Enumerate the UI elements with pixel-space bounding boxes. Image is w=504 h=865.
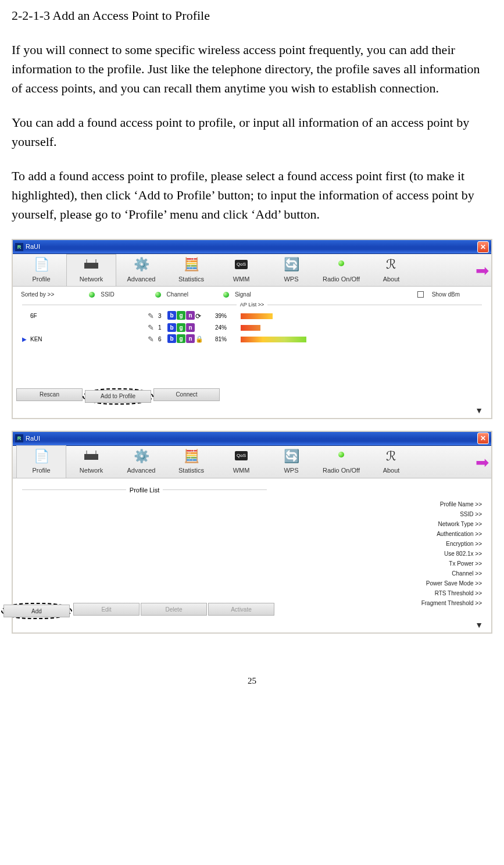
mode-n-icon: n <box>186 323 195 332</box>
profile-list[interactable] <box>21 496 270 601</box>
about-icon: ℛ <box>366 256 416 273</box>
tab-wps-label: WPS <box>266 466 316 476</box>
sort-channel[interactable]: Channel <box>167 290 188 299</box>
mode-g-icon: g <box>177 334 185 343</box>
detail-authentication: Authentication >> <box>274 529 482 539</box>
tab-wmm-label: WMM <box>216 466 266 476</box>
tab-profile[interactable]: 📄 Profile <box>16 255 66 287</box>
ap-row[interactable]: 6F ✎ 3 b g n ⟳ 39% <box>16 310 488 322</box>
signal-bar <box>241 337 322 342</box>
ap-row[interactable]: ✎ 1 b g n 24% <box>16 322 488 334</box>
close-icon: ✕ <box>480 433 486 444</box>
close-button[interactable]: ✕ <box>477 241 489 253</box>
signal-bar <box>241 313 322 319</box>
tab-network[interactable]: Network <box>66 254 116 287</box>
window-titlebar: R RaUI ✕ <box>13 432 491 446</box>
radio-icon <box>316 447 366 464</box>
network-body: Sorted by >> SSID Channel Signal Show dB… <box>13 287 491 418</box>
tab-statistics[interactable]: 🧮 Statistics <box>166 255 216 287</box>
forward-arrow-icon[interactable]: ➡ <box>476 451 489 475</box>
forward-arrow-icon[interactable]: ➡ <box>476 259 489 283</box>
advanced-icon: ⚙️ <box>116 256 166 273</box>
mode-n-icon: n <box>186 311 195 320</box>
detail-ssid: SSID >> <box>274 509 482 519</box>
tab-wps-label: WPS <box>266 274 316 284</box>
detail-8021x: Use 802.1x >> <box>274 549 482 559</box>
ap-signal-pct: 24% <box>215 323 240 332</box>
rescan-button[interactable]: Rescan <box>16 388 83 401</box>
radio-dot-icon[interactable] <box>223 292 229 298</box>
detail-tx-power: Tx Power >> <box>274 559 482 569</box>
section-heading: 2-2-1-3 Add an Access Point to Profile <box>12 6 492 25</box>
highlight-oval: Add to Profile <box>83 388 153 405</box>
tab-statistics[interactable]: 🧮 Statistics <box>166 446 216 478</box>
tab-advanced[interactable]: ⚙️ Advanced <box>116 446 166 478</box>
radio-icon <box>316 256 366 273</box>
tab-statistics-label: Statistics <box>166 274 216 284</box>
expand-toggle[interactable]: ▼ <box>16 619 488 632</box>
tab-statistics-label: Statistics <box>166 466 216 476</box>
sort-ssid[interactable]: SSID <box>101 290 114 299</box>
add-button[interactable]: Add <box>3 605 70 617</box>
ap-ssid: KEN <box>30 335 146 344</box>
ap-channel: 3 <box>158 312 166 320</box>
statistics-icon: 🧮 <box>166 447 216 464</box>
ap-row[interactable]: ▶ KEN ✎ 6 b g n 🔒 81% <box>16 334 488 345</box>
paragraph-3: To add a found access point to profile, … <box>12 166 492 224</box>
tab-about[interactable]: ℛ About <box>366 446 416 478</box>
wand-icon: ✎ <box>148 334 157 345</box>
window-title: RaUI <box>26 434 40 444</box>
connect-button[interactable]: Connect <box>153 388 220 401</box>
ap-list-label: AP List >> <box>240 301 264 309</box>
mode-n-icon: n <box>186 334 195 343</box>
app-icon: R <box>15 434 23 442</box>
svg-rect-0 <box>84 263 98 269</box>
show-dbm-checkbox[interactable] <box>417 291 424 298</box>
profile-list-label: Profile List <box>130 485 159 495</box>
wand-icon: ✎ <box>148 310 157 322</box>
profile-details: Profile Name >> SSID >> Network Type >> … <box>274 496 488 619</box>
detail-rts: RTS Threshold >> <box>274 588 482 598</box>
tab-profile[interactable]: 📄 Profile <box>16 445 66 478</box>
wmm-icon: QoS <box>216 256 266 273</box>
sort-signal[interactable]: Signal <box>235 290 251 299</box>
tab-radio-label: Radio On/Off <box>316 466 366 476</box>
activate-button[interactable]: Activate <box>208 603 274 616</box>
detail-encryption: Encryption >> <box>274 539 482 549</box>
ap-ssid: 6F <box>30 312 146 320</box>
tab-wps[interactable]: 🔄 WPS <box>266 446 316 478</box>
mode-g-icon: g <box>177 323 185 332</box>
ap-signal-pct: 81% <box>215 335 240 344</box>
profile-icon: 📄 <box>17 447 66 464</box>
tab-wps[interactable]: 🔄 WPS <box>266 255 316 287</box>
radio-dot-icon[interactable] <box>155 292 161 298</box>
network-button-row: Rescan Add to Profile Connect <box>16 386 488 405</box>
mode-g-icon: g <box>177 311 185 320</box>
app-icon: R <box>15 243 23 251</box>
tab-wmm[interactable]: QoS WMM <box>216 255 266 287</box>
delete-button[interactable]: Delete <box>141 603 207 616</box>
add-to-profile-button[interactable]: Add to Profile <box>85 390 151 403</box>
close-button[interactable]: ✕ <box>477 432 489 444</box>
screenshot-profile: R RaUI ✕ 📄 Profile Network ⚙️ Advanced 🧮… <box>12 431 492 634</box>
tab-network-label: Network <box>67 274 116 284</box>
expand-toggle[interactable]: ▼ <box>16 405 488 418</box>
tab-wmm-label: WMM <box>216 274 266 284</box>
wmm-icon: QoS <box>216 447 266 464</box>
radio-dot-icon[interactable] <box>89 292 95 298</box>
tab-about[interactable]: ℛ About <box>366 255 416 287</box>
window-title: RaUI <box>26 242 40 252</box>
about-icon: ℛ <box>366 447 416 464</box>
ap-channel: 6 <box>158 335 166 344</box>
tab-network[interactable]: Network <box>66 446 116 478</box>
tab-wmm[interactable]: QoS WMM <box>216 446 266 478</box>
edit-button[interactable]: Edit <box>73 603 140 616</box>
tab-radio[interactable]: Radio On/Off <box>316 255 366 287</box>
tab-radio[interactable]: Radio On/Off <box>316 446 366 478</box>
highlight-oval: Add <box>1 603 72 619</box>
lock-icon: 🔒 <box>195 334 204 344</box>
mode-b-icon: b <box>167 311 176 320</box>
detail-profile-name: Profile Name >> <box>274 499 482 509</box>
tab-advanced-label: Advanced <box>116 274 166 284</box>
tab-advanced[interactable]: ⚙️ Advanced <box>116 255 166 287</box>
